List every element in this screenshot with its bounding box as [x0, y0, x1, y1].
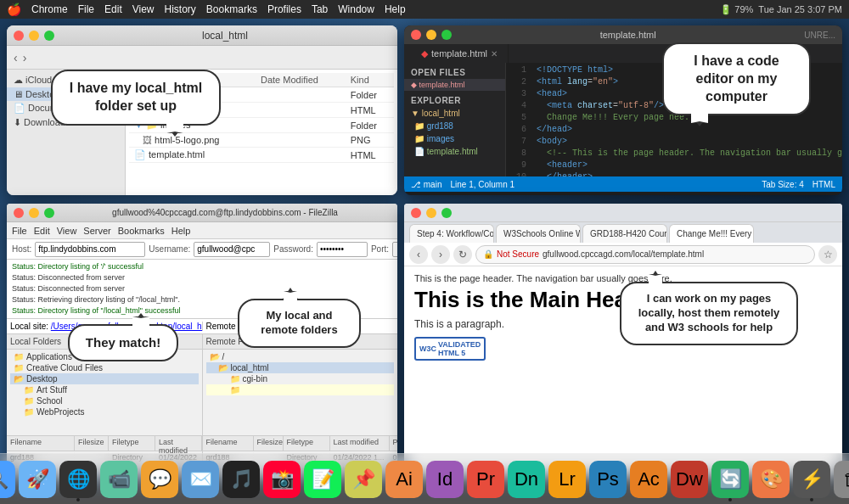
speech-bubble-vscode: I have a code editor on my computer: [662, 42, 811, 115]
dock-photos[interactable]: 📸: [263, 461, 301, 498]
dock-mail[interactable]: ✉️: [182, 461, 219, 498]
dock-notes[interactable]: 📝: [304, 461, 341, 498]
dock-facetime[interactable]: 📹: [100, 461, 138, 498]
code-line: </head>: [537, 124, 839, 136]
menu-bookmarks[interactable]: Bookmarks: [206, 3, 257, 15]
vscode-folder-images[interactable]: 📁 images: [404, 132, 505, 145]
browser-maximize-button[interactable]: [441, 208, 452, 218]
col-filename: Filename: [7, 436, 75, 451]
fz-tree-desktop[interactable]: 📂 Desktop: [10, 373, 199, 384]
finder-back-button[interactable]: ‹: [14, 51, 18, 64]
vscode-file-template2[interactable]: 📄 template.html: [404, 145, 505, 158]
close-button[interactable]: [14, 31, 24, 41]
browser-back-button[interactable]: ‹: [409, 245, 428, 264]
vscode-folder-item[interactable]: ▼ local_html: [404, 107, 505, 120]
open-files-label: OPEN FILES: [404, 66, 505, 79]
dock-chrome[interactable]: 🌐: [59, 461, 97, 498]
file-modified: [256, 133, 346, 148]
dock-acrobat[interactable]: Ac: [630, 461, 667, 498]
browser-reload-button[interactable]: ↻: [453, 245, 472, 264]
fz-close-button[interactable]: [14, 208, 24, 218]
fz-maximize-button[interactable]: [44, 208, 54, 218]
w3c-badge[interactable]: W3C VALIDATEDHTML 5: [414, 337, 486, 361]
dock-vscode[interactable]: ⚡: [793, 461, 830, 498]
apple-menu[interactable]: 🍎: [7, 3, 21, 16]
vscode-folder-grd[interactable]: 📁 grd188: [404, 120, 505, 132]
browser-minimize-button[interactable]: [426, 208, 436, 218]
browser-tab-template[interactable]: Change Me!!! Every pa...: [669, 224, 754, 243]
dock-dimension[interactable]: Dn: [508, 461, 545, 498]
fz-password-label: Password:: [273, 244, 313, 254]
dock-messages[interactable]: 💬: [141, 461, 178, 498]
vscode-maximize-button[interactable]: [441, 30, 452, 40]
browser-address-bar[interactable]: 🔒 Not Secure gfullwood.cpccagd.com/local…: [475, 245, 815, 264]
menu-history[interactable]: History: [165, 3, 196, 15]
maximize-button[interactable]: [44, 31, 54, 41]
fz-menu-view[interactable]: View: [57, 226, 77, 236]
menubar: 🍎 Chrome File Edit View History Bookmark…: [0, 0, 849, 19]
menu-tab[interactable]: Tab: [312, 3, 328, 15]
dock-sketchbook[interactable]: 🎨: [752, 461, 790, 498]
menu-window[interactable]: Window: [338, 3, 374, 15]
fz-tree-artstuff[interactable]: 📁 Art Stuff: [10, 384, 199, 395]
vscode-tab-template[interactable]: ◆ template.html ✕: [411, 44, 509, 63]
file-modified: [256, 87, 346, 103]
fz-tree-webprojects[interactable]: 📁 WebProjects: [10, 406, 199, 417]
fz-tree-school[interactable]: 📁 School: [10, 395, 199, 406]
browser-tab-w3schools[interactable]: W3Schools Online Web...: [496, 224, 581, 243]
table-row[interactable]: 📄 template.html HTML: [129, 148, 394, 163]
dock-dreamweaver[interactable]: Dw: [671, 461, 708, 498]
fz-menu-server[interactable]: Server: [83, 226, 110, 236]
dock-premiere[interactable]: Pr: [467, 461, 504, 498]
dock-lightroom[interactable]: Lr: [548, 461, 586, 498]
fz-host-input[interactable]: [35, 242, 145, 257]
menu-file[interactable]: File: [78, 3, 94, 15]
col-modified[interactable]: Date Modified: [256, 73, 346, 87]
fz-menu-file[interactable]: File: [12, 226, 27, 236]
fz-tree-cgi-bin[interactable]: 📁 cgi-bin: [206, 373, 395, 384]
menu-edit[interactable]: Edit: [104, 3, 122, 15]
vscode-tab-close[interactable]: ✕: [491, 49, 498, 59]
menu-profiles[interactable]: Profiles: [267, 3, 301, 15]
browser-url[interactable]: gfullwood.cpccagd.com/local/template.htm…: [543, 249, 807, 259]
menu-chrome[interactable]: Chrome: [31, 3, 68, 15]
fz-local-header: Filename Filesize Filetype Last modified: [7, 436, 202, 451]
dock-photoshop[interactable]: Ps: [589, 461, 627, 498]
dock-trash[interactable]: 🗑: [834, 461, 849, 498]
dock-stickies[interactable]: 📌: [345, 461, 382, 498]
dock-launchpad[interactable]: 🚀: [19, 461, 56, 498]
fz-menu-edit[interactable]: Edit: [34, 226, 50, 236]
fz-port-input[interactable]: [392, 242, 397, 257]
file-kind: PNG: [346, 133, 394, 148]
browser-tab-grd188[interactable]: GRD188-H420 Course...: [582, 224, 667, 243]
browser-close-button[interactable]: [411, 208, 421, 218]
file-kind: Folder: [346, 118, 394, 133]
dock-indesign[interactable]: Id: [426, 461, 464, 498]
fz-tree-local-html[interactable]: 📂 local_html: [206, 362, 395, 373]
dock-finder[interactable]: 🔍: [0, 461, 15, 498]
fz-password-input[interactable]: [317, 242, 368, 257]
minimize-button[interactable]: [29, 31, 39, 41]
fz-username-input[interactable]: [194, 242, 270, 257]
browser-bookmark-button[interactable]: ☆: [818, 245, 837, 264]
dock-filezilla[interactable]: 🔄: [711, 461, 749, 498]
fz-tree-cloud[interactable]: 📁 Creative Cloud Files: [10, 362, 199, 373]
fz-menu-help[interactable]: Help: [171, 226, 191, 236]
menu-view[interactable]: View: [132, 3, 155, 15]
fz-username-label: Username:: [149, 244, 190, 254]
col-kind[interactable]: Kind: [346, 73, 394, 87]
menu-help[interactable]: Help: [385, 3, 406, 15]
dock-music[interactable]: 🎵: [222, 461, 260, 498]
vscode-minimize-button[interactable]: [426, 30, 436, 40]
vscode-file-template[interactable]: ◆ template.html: [404, 79, 505, 91]
browser-tab-step4[interactable]: Step 4: Workflow/Comp...: [409, 224, 494, 243]
file-kind: Folder: [346, 87, 394, 103]
fz-tree-root[interactable]: 📂 /: [206, 351, 395, 362]
dock-illustrator[interactable]: Ai: [385, 461, 423, 498]
fz-tree-remote-folder[interactable]: 📁: [206, 384, 395, 395]
browser-forward-button[interactable]: ›: [431, 245, 450, 264]
fz-minimize-button[interactable]: [29, 208, 39, 218]
finder-forward-button[interactable]: ›: [23, 51, 27, 64]
vscode-close-button[interactable]: [411, 30, 421, 40]
fz-menu-bookmarks[interactable]: Bookmarks: [118, 226, 165, 236]
